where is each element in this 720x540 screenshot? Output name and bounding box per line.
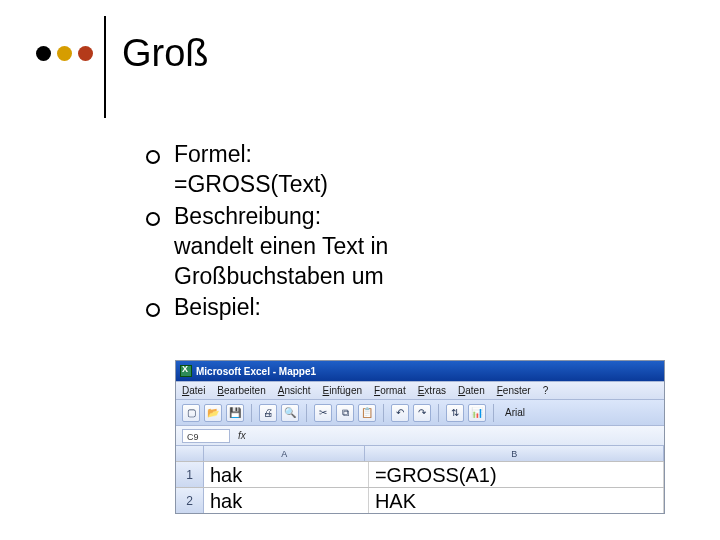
open-file-icon[interactable]: 📂: [204, 404, 222, 422]
dot-icon: [57, 46, 72, 61]
page-title: Groß: [122, 32, 209, 75]
excel-toolbar: ▢ 📂 💾 🖨 🔍 ✂ ⧉ 📋 ↶ ↷ ⇅ 📊 Arial: [176, 399, 664, 425]
menu-item[interactable]: ?: [543, 385, 549, 396]
menu-item[interactable]: Einfügen: [323, 385, 362, 396]
excel-menubar: Datei Bearbeiten Ansicht Einfügen Format…: [176, 381, 664, 399]
content-area: Formel: =GROSS(Text) Beschreibung: wande…: [146, 140, 566, 325]
toolbar-separator: [438, 404, 439, 422]
cell-a1[interactable]: hak: [204, 462, 369, 487]
bullet-beispiel: Beispiel:: [146, 293, 566, 323]
dot-icon: [78, 46, 93, 61]
menu-item[interactable]: Daten: [458, 385, 485, 396]
toolbar-separator: [493, 404, 494, 422]
menu-item[interactable]: Ansicht: [278, 385, 311, 396]
save-icon[interactable]: 💾: [226, 404, 244, 422]
table-row: 2 hak HAK: [176, 487, 664, 513]
excel-icon: [180, 365, 192, 377]
decorative-dots: [36, 46, 93, 61]
chart-icon[interactable]: 📊: [468, 404, 486, 422]
toolbar-separator: [383, 404, 384, 422]
menu-item[interactable]: Format: [374, 385, 406, 396]
undo-icon[interactable]: ↶: [391, 404, 409, 422]
menu-item[interactable]: Bearbeiten: [217, 385, 265, 396]
redo-icon[interactable]: ↷: [413, 404, 431, 422]
bullet-beschreibung: Beschreibung: wandelt einen Text in Groß…: [146, 202, 566, 292]
bullet-formel: Formel: =GROSS(Text): [146, 140, 566, 200]
cell-reference-box[interactable]: C9: [182, 429, 230, 443]
excel-window-title: Microsoft Excel - Mappe1: [196, 366, 316, 377]
bullet-value: wandelt einen Text in Großbuchstaben um: [174, 232, 566, 292]
preview-icon[interactable]: 🔍: [281, 404, 299, 422]
excel-formula-bar: C9 fx: [176, 425, 664, 445]
toolbar-separator: [251, 404, 252, 422]
excel-screenshot: Microsoft Excel - Mappe1 Datei Bearbeite…: [175, 360, 665, 514]
cell-a2[interactable]: hak: [204, 488, 369, 513]
menu-item[interactable]: Datei: [182, 385, 205, 396]
cut-icon[interactable]: ✂: [314, 404, 332, 422]
dot-icon: [36, 46, 51, 61]
menu-item[interactable]: Extras: [418, 385, 446, 396]
bullet-label: Formel:: [174, 141, 252, 167]
sort-icon[interactable]: ⇅: [446, 404, 464, 422]
cell-b2[interactable]: HAK: [369, 488, 664, 513]
fx-icon[interactable]: fx: [238, 430, 246, 441]
toolbar-separator: [306, 404, 307, 422]
select-all-corner[interactable]: [176, 446, 204, 461]
bullet-value: =GROSS(Text): [174, 170, 566, 200]
slide: Groß Formel: =GROSS(Text) Beschreibung: …: [0, 0, 720, 540]
new-file-icon[interactable]: ▢: [182, 404, 200, 422]
row-header[interactable]: 1: [176, 462, 204, 487]
excel-column-headers: A B: [176, 445, 664, 461]
bullet-list: Formel: =GROSS(Text) Beschreibung: wande…: [146, 140, 566, 323]
copy-icon[interactable]: ⧉: [336, 404, 354, 422]
font-name-label[interactable]: Arial: [505, 407, 525, 418]
bullet-label: Beschreibung:: [174, 203, 321, 229]
row-header[interactable]: 2: [176, 488, 204, 513]
vertical-divider: [104, 16, 106, 118]
paste-icon[interactable]: 📋: [358, 404, 376, 422]
print-icon[interactable]: 🖨: [259, 404, 277, 422]
column-header-b[interactable]: B: [365, 446, 664, 461]
menu-item[interactable]: Fenster: [497, 385, 531, 396]
excel-titlebar: Microsoft Excel - Mappe1: [176, 361, 664, 381]
bullet-label: Beispiel:: [174, 294, 261, 320]
column-header-a[interactable]: A: [204, 446, 365, 461]
table-row: 1 hak =GROSS(A1): [176, 461, 664, 487]
cell-b1[interactable]: =GROSS(A1): [369, 462, 664, 487]
